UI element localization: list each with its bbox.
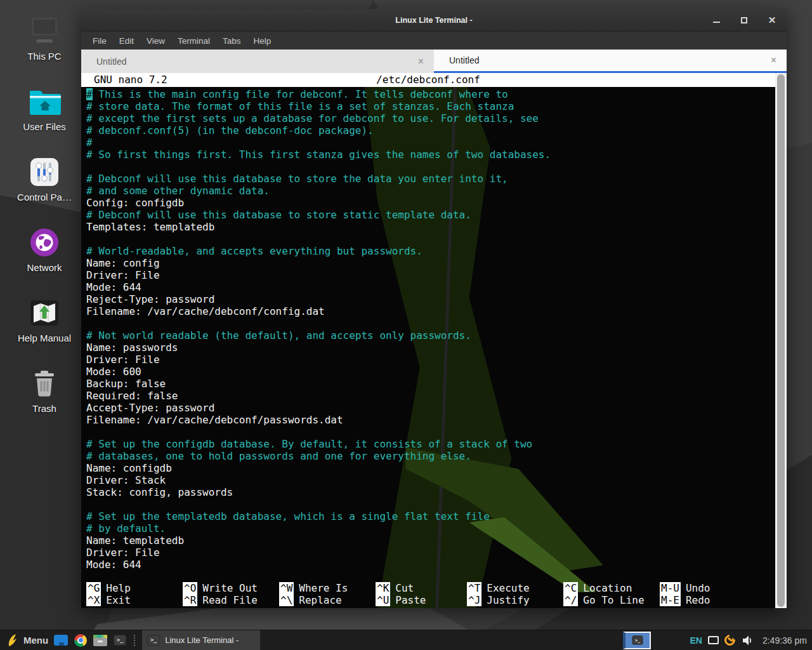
archive-manager-icon[interactable] bbox=[93, 633, 107, 647]
scrollbar-track[interactable] bbox=[775, 73, 787, 608]
desktop-icon-control-panel[interactable]: Control Pa… bbox=[9, 157, 80, 202]
shortcut-key: ^T bbox=[467, 582, 481, 594]
terminal-line: Config: configdb bbox=[86, 197, 769, 209]
chrome-icon[interactable] bbox=[74, 633, 88, 647]
terminal-line: # Set up the configdb database. By defau… bbox=[86, 438, 769, 450]
desktop-icon-user-files[interactable]: User Files bbox=[9, 87, 80, 132]
menu-item-help[interactable]: Help bbox=[247, 34, 278, 48]
system-tray: EN 2:49:36 pm bbox=[690, 633, 807, 647]
terminal-line: Accept-Type: password bbox=[86, 402, 769, 414]
clock[interactable]: 2:49:36 pm bbox=[763, 635, 807, 646]
start-menu-button[interactable]: Menu bbox=[5, 633, 48, 647]
control-panel-icon bbox=[27, 157, 62, 187]
taskbar: Menu >_ >_ Linux Lite Terminal - >_ EN 2… bbox=[0, 630, 812, 650]
menu-item-edit[interactable]: Edit bbox=[113, 34, 140, 48]
terminal-line: # Set up the templatedb database, which … bbox=[86, 510, 769, 522]
shortcut-where-is[interactable]: ^WWhere Is bbox=[279, 582, 376, 594]
desktop-icon-network[interactable]: Network bbox=[9, 228, 80, 273]
terminal-line: # Debconf will use this database to stor… bbox=[86, 173, 769, 185]
shortcut-row: ^XExit^RRead File^\Replace^UPaste^JJusti… bbox=[86, 594, 769, 606]
network-globe-icon bbox=[27, 228, 62, 257]
tab-2[interactable]: Untitled× bbox=[434, 50, 787, 73]
terminal-line: # debconf.conf(5) (in the debconf-doc pa… bbox=[86, 124, 769, 136]
maximize-icon bbox=[741, 17, 747, 23]
shortcut-label: Execute bbox=[487, 582, 529, 594]
shortcut-label: Undo bbox=[686, 582, 710, 594]
terminal-line: Name: templatedb bbox=[86, 534, 769, 547]
window-controls: ✕ bbox=[712, 9, 776, 31]
display-icon[interactable] bbox=[708, 636, 719, 644]
terminal-line: Driver: File bbox=[86, 547, 769, 559]
desktop-icon-trash[interactable]: Trash bbox=[9, 369, 80, 414]
terminal-line: Filename: /var/cache/debconf/passwords.d… bbox=[86, 414, 769, 426]
menu-label: Menu bbox=[23, 635, 48, 646]
scrollbar-thumb[interactable] bbox=[777, 74, 785, 607]
shortcut-execute[interactable]: ^TExecute bbox=[467, 582, 563, 594]
terminal-line: Backup: false bbox=[86, 378, 769, 390]
shortcut-exit[interactable]: ^XExit bbox=[86, 594, 183, 606]
desktop-icon-label: This PC bbox=[27, 51, 61, 62]
terminal-pane[interactable]: GNU nano 7.2 /etc/debconf.conf # This is… bbox=[81, 73, 787, 608]
linux-lite-logo-icon bbox=[5, 633, 19, 647]
menu-bar: FileEditViewTerminalTabsHelp bbox=[81, 32, 787, 50]
shortcut-label: Read File bbox=[202, 594, 258, 606]
terminal-icon[interactable]: >_ bbox=[113, 633, 127, 647]
tab-1[interactable]: Untitled× bbox=[81, 50, 434, 73]
shortcut-key: ^/ bbox=[563, 594, 578, 606]
terminal-icon: >_ bbox=[632, 635, 643, 644]
terminal-line: # Debconf will use this database to stor… bbox=[86, 209, 769, 221]
monitor-icon bbox=[27, 17, 62, 46]
terminal-line bbox=[86, 498, 769, 510]
shortcut-key: ^R bbox=[183, 594, 197, 606]
terminal-line: # store data. The format of this file is… bbox=[86, 100, 769, 112]
terminal-line: Driver: File bbox=[86, 269, 769, 281]
shortcut-key: ^G bbox=[86, 582, 101, 594]
shortcut-cut[interactable]: ^KCut bbox=[376, 582, 467, 594]
minimize-button[interactable] bbox=[712, 16, 721, 25]
shortcut-justify[interactable]: ^JJustify bbox=[467, 594, 563, 606]
window-titlebar[interactable]: Linux Lite Terminal - ✕ bbox=[81, 9, 787, 32]
menu-item-view[interactable]: View bbox=[140, 34, 171, 48]
menu-item-terminal[interactable]: Terminal bbox=[171, 34, 216, 48]
terminal-line: # This is the main config file for debco… bbox=[86, 88, 769, 100]
terminal-line: Driver: File bbox=[86, 354, 769, 366]
editor-text-area[interactable]: # This is the main config file for debco… bbox=[86, 88, 769, 571]
shortcut-key: ^U bbox=[376, 594, 390, 606]
shortcut-label: Where Is bbox=[299, 582, 348, 594]
menu-item-file[interactable]: File bbox=[86, 34, 113, 48]
close-button[interactable]: ✕ bbox=[768, 16, 776, 25]
shortcut-key: ^C bbox=[563, 582, 578, 594]
terminal-line: # except the first sets up a database fo… bbox=[86, 112, 769, 124]
shortcut-redo[interactable]: M-ERedo bbox=[660, 594, 769, 606]
tab-label: Untitled bbox=[449, 55, 479, 65]
task-button-terminal[interactable]: >_ Linux Lite Terminal - bbox=[142, 630, 260, 650]
speaker-icon[interactable] bbox=[741, 633, 755, 647]
shortcut-write-out[interactable]: ^OWrite Out bbox=[183, 582, 279, 594]
terminal-line: Filename: /var/cache/debconf/config.dat bbox=[86, 305, 769, 317]
shortcut-location[interactable]: ^CLocation bbox=[563, 582, 660, 594]
nano-titlebar: GNU nano 7.2 /etc/debconf.conf bbox=[81, 73, 775, 87]
terminal-line bbox=[86, 161, 769, 173]
close-tab-icon[interactable]: × bbox=[418, 56, 424, 67]
keyboard-layout-indicator[interactable]: EN bbox=[690, 635, 702, 646]
close-tab-icon[interactable]: × bbox=[771, 55, 776, 65]
tab-label: Untitled bbox=[96, 56, 126, 67]
menu-item-tabs[interactable]: Tabs bbox=[216, 34, 247, 48]
file-manager-icon[interactable] bbox=[54, 633, 68, 647]
shortcut-read-file[interactable]: ^RRead File bbox=[183, 594, 279, 606]
update-icon[interactable] bbox=[722, 633, 737, 648]
desktop-icon-list: This PCUser FilesControl Pa…NetworkHelp … bbox=[9, 17, 80, 414]
shortcut-help[interactable]: ^GHelp bbox=[86, 582, 183, 594]
maximize-button[interactable] bbox=[740, 16, 749, 25]
terminal-line: # databases, one to hold passwords and o… bbox=[86, 450, 769, 462]
desktop-icon-help-manual[interactable]: Help Manual bbox=[9, 298, 80, 343]
terminal-line bbox=[86, 317, 769, 329]
shortcut-replace[interactable]: ^\Replace bbox=[279, 594, 376, 606]
shortcut-label: Paste bbox=[395, 594, 426, 606]
desktop-icon-this-pc[interactable]: This PC bbox=[9, 17, 80, 62]
shortcut-paste[interactable]: ^UPaste bbox=[376, 594, 467, 606]
shortcut-go-to-line[interactable]: ^/Go To Line bbox=[563, 594, 660, 606]
workspace-pager[interactable]: >_ bbox=[623, 632, 651, 649]
desktop-icon-label: Network bbox=[27, 262, 62, 273]
shortcut-undo[interactable]: M-UUndo bbox=[660, 582, 769, 594]
